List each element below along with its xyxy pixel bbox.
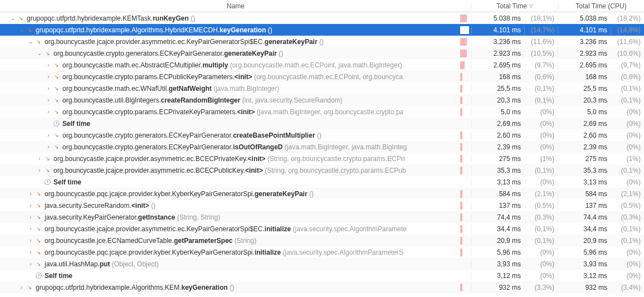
chevron-right-icon[interactable]: › <box>27 191 35 197</box>
total-time: 34,4 ms <box>471 225 524 233</box>
tree-row[interactable]: ›↘java.security.SecureRandom.<init> ()13… <box>0 199 644 211</box>
cpu-time: 2.923 ms <box>558 50 611 57</box>
time-bar <box>460 96 471 104</box>
method-name: java.util.HashMap.put (Object, Object) <box>45 260 159 268</box>
chevron-right-icon[interactable]: › <box>45 109 52 115</box>
method-icon: ↘ <box>35 38 42 46</box>
total-time: 3.236 ms <box>471 38 524 46</box>
time-bar <box>460 260 471 268</box>
tree-row[interactable]: ›↘org.bouncycastle.math.ec.AbstractECMul… <box>0 59 644 71</box>
cpu-time-pct: (0,1%) <box>611 85 644 92</box>
total-time-pct: (0%) <box>524 132 558 139</box>
tree-row[interactable]: ›↘org.bouncycastle.jce.ECNamedCurveTable… <box>0 235 644 246</box>
tree-row[interactable]: ›↘org.bouncycastle.crypto.params.ECPubli… <box>0 71 644 82</box>
cpu-time: 74,4 ms <box>558 213 611 221</box>
chevron-right-icon[interactable]: › <box>18 284 26 290</box>
tree-row[interactable]: 🕐Self time2,69 ms(0%)2,69 ms(0%) <box>0 118 644 129</box>
chevron-right-icon[interactable]: › <box>27 261 35 267</box>
total-time: 932 ms <box>471 284 524 291</box>
method-icon: ↘ <box>43 155 51 163</box>
chevron-right-icon[interactable]: › <box>45 144 52 150</box>
cpu-time: 34,4 ms <box>558 225 611 233</box>
name-cell: ⌄↘org.bouncycastle.crypto.generators.ECK… <box>0 50 460 57</box>
tree-row[interactable]: ›↘org.bouncycastle.jcajce.provider.asymm… <box>0 164 644 176</box>
cpu-time: 20,9 ms <box>558 237 611 245</box>
name-cell: ›↘org.bouncycastle.pqc.jcajce.provider.k… <box>0 249 460 256</box>
tree-row[interactable]: ›↘org.bouncycastle.crypto.generators.ECK… <box>0 141 644 153</box>
chevron-right-icon[interactable]: › <box>27 226 35 232</box>
chevron-right-icon[interactable]: › <box>27 202 35 208</box>
tree-row[interactable]: ⌄↘grupopqc.utfprtd.hybridexample.Algorit… <box>0 24 644 36</box>
chevron-right-icon[interactable]: › <box>27 249 35 255</box>
name-cell: ⌄↘grupopqc.utfprtd.hybridexample.KEMTask… <box>0 14 460 22</box>
name-cell: ›↘org.bouncycastle.crypto.params.ECPriva… <box>0 108 460 116</box>
chevron-right-icon[interactable]: › <box>45 97 52 103</box>
name-cell: ›↘grupopqc.utfprtd.hybridexample.Algorit… <box>0 284 460 291</box>
method-name: Self time <box>62 120 90 128</box>
total-time-pct: (11,6%) <box>524 38 558 46</box>
method-name: org.bouncycastle.crypto.generators.ECKey… <box>62 132 321 139</box>
chevron-right-icon[interactable]: › <box>36 167 43 173</box>
name-cell: ›↘org.bouncycastle.jcajce.provider.asymm… <box>0 225 460 233</box>
time-bar <box>460 85 471 92</box>
chevron-down-icon[interactable]: ⌄ <box>36 50 43 56</box>
clock-icon: 🕐 <box>43 178 51 186</box>
header-total-time[interactable]: Total Time ▽ <box>471 2 558 10</box>
tree-row[interactable]: ›↘org.bouncycastle.util.BigIntegers.crea… <box>0 94 644 106</box>
tree-row[interactable]: ›↘org.bouncycastle.crypto.generators.ECK… <box>0 129 644 141</box>
tree-row[interactable]: ›↘org.bouncycastle.math.ec.WNafUtil.getN… <box>0 82 644 94</box>
header-total-time-cpu[interactable]: Total Time (CPU) <box>558 2 644 10</box>
cpu-time-pct: (0,1%) <box>611 237 644 245</box>
tree-row[interactable]: ›↘org.bouncycastle.jcajce.provider.asymm… <box>0 223 644 235</box>
tree-body: ⌄↘grupopqc.utfprtd.hybridexample.KEMTask… <box>0 12 644 293</box>
method-icon: ↘ <box>43 50 51 57</box>
cpu-time-pct: (0%) <box>611 120 644 128</box>
chevron-right-icon[interactable]: › <box>45 62 52 68</box>
chevron-right-icon[interactable]: › <box>36 155 43 162</box>
tree-row[interactable]: ⌄↘org.bouncycastle.crypto.generators.ECK… <box>0 47 644 59</box>
total-time: 5,96 ms <box>471 249 524 256</box>
chevron-down-icon[interactable]: ⌄ <box>27 38 35 45</box>
total-time: 275 ms <box>471 155 524 163</box>
cpu-time-pct: (11,6%) <box>611 38 644 46</box>
time-bar <box>460 26 471 34</box>
tree-row[interactable]: ›↘org.bouncycastle.crypto.params.ECPriva… <box>0 106 644 118</box>
total-time-pct: (2,1%) <box>524 190 558 198</box>
tree-row[interactable]: 🕐Self time3,13 ms(0%)3,13 ms(0%) <box>0 176 644 188</box>
cpu-time-pct: (0%) <box>611 143 644 151</box>
header-name[interactable]: Name <box>0 2 471 10</box>
chevron-right-icon[interactable]: › <box>27 214 35 220</box>
cpu-time-pct: (0%) <box>611 108 644 116</box>
method-name: org.bouncycastle.math.ec.WNafUtil.getNaf… <box>62 85 279 92</box>
method-name: org.bouncycastle.util.BigIntegers.create… <box>62 96 343 104</box>
chevron-right-icon[interactable]: › <box>27 237 35 244</box>
name-cell: ›↘org.bouncycastle.crypto.generators.ECK… <box>0 143 460 151</box>
tree-row[interactable]: ›↘java.util.HashMap.put (Object, Object)… <box>0 258 644 270</box>
chevron-down-icon[interactable]: ⌄ <box>18 27 26 33</box>
method-name: java.security.SecureRandom.<init> () <box>45 202 155 210</box>
tree-row[interactable]: ⌄↘grupopqc.utfprtd.hybridexample.KEMTask… <box>0 12 644 24</box>
cpu-time-pct: (0%) <box>611 272 644 280</box>
method-icon: ↘ <box>35 260 42 268</box>
chevron-down-icon[interactable]: ⌄ <box>9 15 17 21</box>
chevron-right-icon[interactable]: › <box>45 132 52 138</box>
chevron-right-icon[interactable]: › <box>45 85 52 91</box>
total-time-pct: (10,5%) <box>524 50 558 57</box>
tree-row[interactable]: ›↘java.security.KeyPairGenerator.getInst… <box>0 211 644 223</box>
total-time: 5,0 ms <box>471 108 524 116</box>
tree-row[interactable]: ›↘org.bouncycastle.jcajce.provider.asymm… <box>0 153 644 164</box>
tree-row[interactable]: ›↘grupopqc.utfprtd.hybridexample.Algorit… <box>0 281 644 293</box>
total-time: 3,12 ms <box>471 272 524 280</box>
time-bar <box>460 155 471 163</box>
time-bar <box>460 178 471 186</box>
method-icon: ↘ <box>43 167 51 174</box>
tree-row[interactable]: ›↘org.bouncycastle.pqc.jcajce.provider.k… <box>0 188 644 199</box>
tree-row[interactable]: 🕐Self time3,12 ms(0%)3,12 ms(0%) <box>0 270 644 281</box>
chevron-right-icon[interactable]: › <box>45 74 52 80</box>
tree-row[interactable]: ⌄↘org.bouncycastle.jcajce.provider.asymm… <box>0 36 644 47</box>
total-time-pct: (0,1%) <box>524 96 558 104</box>
time-bar <box>460 202 471 210</box>
total-time-pct: (0,1%) <box>524 225 558 233</box>
tree-row[interactable]: ›↘org.bouncycastle.pqc.jcajce.provider.k… <box>0 246 644 258</box>
method-icon: ↘ <box>26 284 33 291</box>
